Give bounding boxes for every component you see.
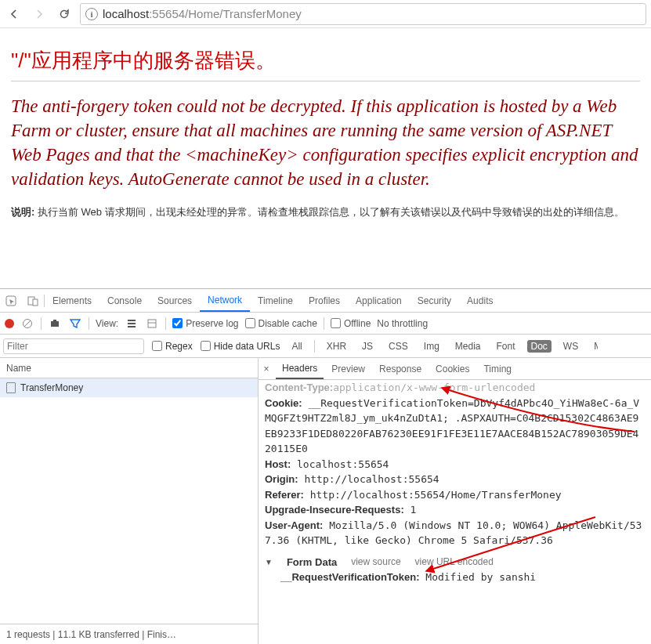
browser-address-bar: i localhost:55654/Home/TransferMoney [0,0,651,28]
separator [324,317,324,330]
throttling-select[interactable]: No throttling [377,318,428,329]
user-agent-row: User-Agent: Mozilla/5.0 (Windows NT 10.0… [265,518,645,548]
tab-application[interactable]: Application [348,289,410,312]
type-css[interactable]: CSS [385,340,412,353]
record-button[interactable] [5,319,14,328]
detail-tab-headers[interactable]: Headers [276,358,324,379]
detail-tab-bar: × Headers Preview Response Cookies Timin… [259,358,651,380]
uir-row: Upgrade-Insecure-Requests: 1 [265,502,645,518]
regex-checkbox[interactable]: Regex [152,341,193,352]
arrow-left-icon [8,8,20,20]
view-label: View: [96,318,118,329]
preserve-log-checkbox[interactable]: Preserve log [172,318,238,329]
hide-data-urls-checkbox[interactable]: Hide data URLs [201,341,280,352]
separator [89,317,89,330]
devtools-tab-bar: Elements Console Sources Network Timelin… [0,289,651,313]
svg-rect-4 [51,321,59,327]
reload-button[interactable] [55,5,74,24]
origin-row: Origin: http://localhost:55654 [265,472,645,487]
separator [41,317,42,330]
url-input[interactable]: i localhost:55654/Home/TransferMoney [80,3,646,25]
inspect-icon[interactable] [0,289,22,312]
tab-profiles[interactable]: Profiles [301,289,348,312]
filter-input[interactable] [3,338,144,354]
network-toolbar: View: Preserve log Disable cache Offline… [0,313,651,335]
svg-rect-6 [148,320,156,327]
request-detail: × Headers Preview Response Cookies Timin… [259,358,651,644]
request-row[interactable]: TransferMoney [0,378,258,397]
tab-elements[interactable]: Elements [45,289,99,312]
url-host: localhost:55654/Home/TransferMoney [103,7,302,20]
type-font[interactable]: Font [493,340,519,353]
devtools-panel: Elements Console Sources Network Timelin… [0,288,651,644]
network-filter-bar: Regex Hide data URLs All XHR JS CSS Img … [0,335,651,358]
site-info-icon[interactable]: i [85,8,98,20]
type-manifest[interactable]: Manifest [590,340,598,353]
disable-cache-checkbox[interactable]: Disable cache [245,318,317,329]
reload-icon [58,8,71,20]
arrow-right-icon [33,8,45,20]
view-source-link[interactable]: view source [351,555,400,569]
clear-icon[interactable] [20,317,34,331]
detail-tab-preview[interactable]: Preview [325,358,371,379]
svg-rect-2 [33,299,38,306]
host-row: Host: localhost:55654 [265,457,645,472]
tab-security[interactable]: Security [410,289,459,312]
type-js[interactable]: JS [358,340,377,353]
network-main: Name TransferMoney 1 requests | 11.1 KB … [0,358,651,644]
desc-label: 说明: [11,206,34,218]
back-button[interactable] [5,5,24,24]
error-description: 说明: 执行当前 Web 请求期间，出现未经处理的异常。请检查堆栈跟踪信息，以了… [11,205,640,219]
type-xhr[interactable]: XHR [323,340,350,353]
separator [165,317,166,330]
headers-body: Content-Type:application/x-www-form-urle… [259,380,651,644]
request-summary: 1 requests | 11.1 KB transferred | Finis… [0,624,258,644]
divider [11,81,640,81]
tab-audits[interactable]: Audits [459,289,501,312]
svg-rect-5 [53,320,56,322]
tab-network[interactable]: Network [200,289,250,312]
close-detail-button[interactable]: × [259,364,274,374]
detail-tab-cookies[interactable]: Cookies [429,358,476,379]
disclosure-triangle-icon: ▼ [265,556,273,568]
tab-sources[interactable]: Sources [150,289,200,312]
type-media[interactable]: Media [451,340,485,353]
error-message: The anti-forgery token could not be decr… [11,94,640,191]
view-url-encoded-link[interactable]: view URL encoded [415,555,494,569]
type-img[interactable]: Img [420,340,443,353]
content-type-row: Content-Type:application/x-www-form-urle… [265,380,645,396]
detail-tab-response[interactable]: Response [373,358,428,379]
name-column-header[interactable]: Name [0,358,258,378]
type-ws[interactable]: WS [559,340,582,353]
referer-row: Referer: http://localhost:55654/Home/Tra… [265,487,645,503]
type-doc[interactable]: Doc [527,340,552,353]
detail-tab-timing[interactable]: Timing [477,358,518,379]
form-token-row: __RequestVerificationToken: Modified by … [265,570,645,585]
tab-timeline[interactable]: Timeline [250,289,301,312]
document-icon [6,382,16,393]
type-all[interactable]: All [288,340,306,353]
filter-icon[interactable] [68,317,82,331]
separator [314,340,315,353]
form-data-section[interactable]: ▼ Form Data view source view URL encoded [265,555,645,570]
request-name: TransferMoney [20,382,83,393]
capture-icon[interactable] [48,317,62,331]
error-title: "/"应用程序中的服务器错误。 [11,47,640,74]
device-icon[interactable] [22,289,44,312]
error-page: "/"应用程序中的服务器错误。 The anti-forgery token c… [0,28,651,227]
view-frame-icon[interactable] [145,317,159,331]
cookie-row: Cookie: __RequestVerificationToken=DbVyf… [265,396,645,457]
desc-text: 执行当前 Web 请求期间，出现未经处理的异常。请检查堆栈跟踪信息，以了解有关该… [34,206,624,218]
forward-button[interactable] [30,5,49,24]
request-list: Name TransferMoney 1 requests | 11.1 KB … [0,358,259,644]
view-list-icon[interactable] [125,317,139,331]
offline-checkbox[interactable]: Offline [331,318,371,329]
tab-console[interactable]: Console [99,289,150,312]
